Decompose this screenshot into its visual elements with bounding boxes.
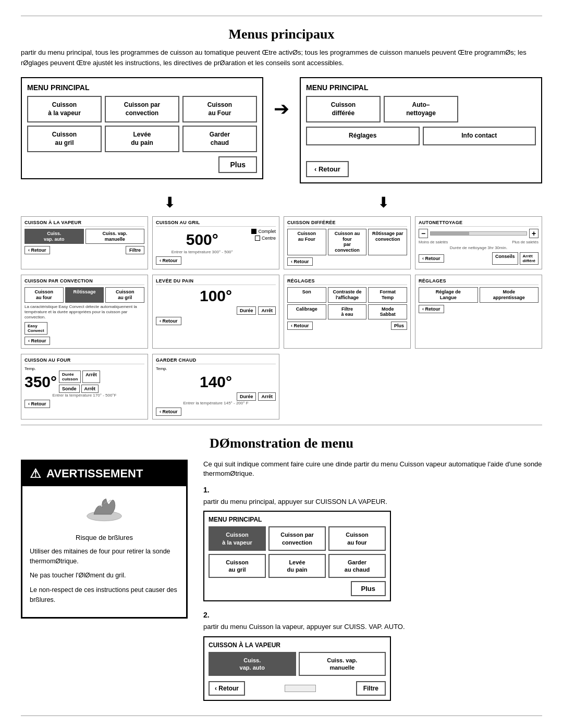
sp-levee-retour[interactable]: ‹ Retour bbox=[156, 317, 181, 325]
btn-cuisson-vapeur[interactable]: Cuisson à la vapeur bbox=[27, 96, 102, 122]
sp-differee-retour[interactable]: ‹ Retour bbox=[287, 257, 313, 266]
sp-btn-cuiss-vap-manuelle[interactable]: Cuiss. vap. manuelle bbox=[85, 229, 145, 244]
sub-panel-autonettoyage: AUTONETTOYAGE − + Moins de saletés Plus … bbox=[415, 216, 542, 269]
top-divider bbox=[21, 16, 542, 16]
retour-button-right[interactable]: ‹ Retour bbox=[306, 161, 349, 177]
sp-levee-footer: ‹ Retour bbox=[156, 317, 276, 325]
sp-gril-temp: 500° bbox=[156, 231, 248, 249]
d-btn-four[interactable]: Cuisson au four bbox=[328, 526, 386, 551]
sp-garder-retour[interactable]: ‹ Retour bbox=[156, 408, 181, 416]
sp-btn-rotissage[interactable]: Rôtissage bbox=[65, 287, 104, 303]
sp-four-temp: 350° bbox=[25, 373, 57, 391]
sub-panel-gril-title: CUISSON AU GRIL bbox=[156, 220, 276, 227]
sp-conv-retour[interactable]: ‹ Retour bbox=[25, 337, 50, 345]
page-container: Menus principaux partir du menu principa… bbox=[0, 0, 563, 728]
sp-auto-arret[interactable]: Arrêt différé bbox=[520, 252, 538, 265]
sp-reglages-right-retour[interactable]: ‹ Retour bbox=[419, 305, 444, 313]
plus-button-left[interactable]: Plus bbox=[218, 156, 257, 173]
btn-cuisson-differee[interactable]: Cuisson différée bbox=[306, 96, 381, 122]
sp-gril-retour[interactable]: ‹ Retour bbox=[156, 256, 181, 265]
sub-panel-four: CUISSON AU FOUR Temp. 350° Durée cuisson… bbox=[21, 354, 148, 419]
sp-reglages-left-plus[interactable]: Plus bbox=[391, 322, 407, 330]
d-filtre-btn-step2[interactable]: Filtre bbox=[356, 681, 386, 696]
sp-easy-convect-btn[interactable]: Easy Convect bbox=[25, 322, 47, 335]
sp-garder-temp: 140° bbox=[156, 373, 276, 391]
sp-btn-son[interactable]: Son bbox=[287, 287, 326, 303]
warning-body: Utiliser des mitaines de four pour retir… bbox=[22, 547, 186, 617]
step1-text: partir du menu principal, appuyer sur CU… bbox=[203, 497, 542, 507]
btn-cuisson-four[interactable]: Cuisson au Four bbox=[182, 96, 257, 122]
sp-btn-mode-sabbat[interactable]: Mode Sabbat bbox=[368, 304, 407, 320]
sp-four-arret2[interactable]: Arrêt bbox=[81, 385, 99, 393]
btn-cuisson-convection[interactable]: Cuisson par convection bbox=[105, 96, 179, 122]
sp-conv-info: La caractéristique Easy Convect détecte … bbox=[25, 304, 144, 320]
sp-btn-filtre-eau[interactable]: Filtre à eau bbox=[328, 304, 367, 320]
sp-btn-cuisson-gril-conv[interactable]: Cuisson au gril bbox=[105, 287, 144, 303]
sp-auto-conseils[interactable]: Conseils bbox=[492, 252, 518, 265]
sp-garder-title: GARDER CHAUD bbox=[156, 357, 276, 364]
minus-button[interactable]: − bbox=[419, 229, 428, 238]
menu-buttons-grid-right: Cuisson différée Auto– nettoyage bbox=[306, 96, 536, 122]
sp-btn-reglage-langue[interactable]: Réglage de Langue bbox=[419, 287, 478, 303]
btn-info-contact[interactable]: Info contact bbox=[423, 127, 536, 145]
sp-btn-cuiss-vap-auto[interactable]: Cuiss. vap. auto bbox=[25, 229, 84, 244]
btn-cuisson-gril[interactable]: Cuisson au gril bbox=[27, 126, 102, 152]
sp-reglages-left-title: RÉGLAGES bbox=[287, 278, 407, 285]
sp-levee-duree[interactable]: Durée bbox=[237, 306, 256, 315]
d-btn-cuiss-vap-manuelle[interactable]: Cuiss. vap. manuelle bbox=[299, 652, 386, 676]
sp-btn-cuisson-four[interactable]: Cuisson au Four bbox=[287, 229, 326, 255]
d-plus-btn-step1[interactable]: Plus bbox=[351, 581, 386, 596]
sp-gril-footer: ‹ Retour bbox=[156, 256, 276, 265]
warning-triangle-icon: ⚠ bbox=[30, 466, 41, 481]
checkbox-complet-icon bbox=[251, 229, 256, 234]
btn-levee-pain[interactable]: Levée du pain bbox=[105, 126, 179, 152]
plus-button[interactable]: + bbox=[529, 229, 538, 238]
sub-panel-differee: CUISSON DIFFÉRÉE Cuisson au Four Cuisson… bbox=[284, 216, 411, 269]
sp-auto-plusminus: − + bbox=[419, 229, 538, 238]
sp-btn-cuisson-four-conv[interactable]: Cuisson au four bbox=[25, 287, 64, 303]
btn-autonettoyage[interactable]: Auto– nettoyage bbox=[384, 96, 458, 122]
sp-auto-retour[interactable]: ‹ Retour bbox=[419, 254, 444, 263]
sp-vapeur-filtre[interactable]: Filtre bbox=[126, 246, 144, 254]
sp-four-arret[interactable]: Arrêt bbox=[82, 371, 100, 383]
d-btn-convection[interactable]: Cuisson par convection bbox=[268, 526, 326, 551]
salete-slider[interactable] bbox=[430, 231, 527, 236]
btn-garder-chaud[interactable]: Garder chaud bbox=[182, 126, 257, 152]
sp-four-retour[interactable]: ‹ Retour bbox=[25, 400, 50, 408]
d-retour-btn-step2[interactable]: ‹ Retour bbox=[209, 681, 245, 696]
demo-intro: Ce qui suit indique comment faire cuire … bbox=[203, 460, 542, 478]
sp-gril-checkboxes: Complet Centre bbox=[251, 229, 276, 241]
d-btn-gril[interactable]: Cuisson au gril bbox=[209, 554, 266, 578]
sp-garder-arret[interactable]: Arrêt bbox=[258, 392, 276, 401]
sp-btn-rotissage-conv[interactable]: Rôtissage par convection bbox=[368, 229, 407, 255]
d-btn-garder[interactable]: Garder au chaud bbox=[328, 554, 386, 578]
d-btn-levee[interactable]: Levée du pain bbox=[268, 554, 326, 578]
sp-garder-range: Entrer la température 145° - 200° F bbox=[156, 401, 276, 405]
d-btn-vapeur[interactable]: Cuisson à la vapeur bbox=[209, 526, 266, 551]
arrow-down-left: ⬇ bbox=[164, 194, 176, 211]
sp-btn-four-convection[interactable]: Cuisson au four par convection bbox=[328, 229, 367, 255]
sp-levee-arret[interactable]: Arrêt bbox=[258, 306, 276, 315]
sp-btn-contraste[interactable]: Contraste de l'affichage bbox=[328, 287, 367, 303]
sp-four-sonde[interactable]: Sonde bbox=[59, 385, 80, 393]
sp-btn-mode-apprentissage[interactable]: Mode apprentissage bbox=[480, 287, 539, 303]
warning-point2: Ne pas toucher l'ØlØment du gril. bbox=[30, 571, 179, 581]
sp-vapeur-btns: Cuiss. vap. auto Cuiss. vap. manuelle bbox=[25, 229, 144, 244]
d-btn-cuiss-vap-auto[interactable]: Cuiss. vap. auto bbox=[209, 652, 296, 676]
sp-auto-footer: ‹ Retour Conseils Arrêt différé bbox=[419, 252, 538, 265]
sp-four-duree[interactable]: Durée cuisson bbox=[59, 371, 81, 383]
sp-reglages-left-retour[interactable]: ‹ Retour bbox=[287, 322, 313, 330]
warning-point3: Le non-respect de ces instructions peut … bbox=[30, 585, 179, 606]
sp-btn-calibrage[interactable]: Calibrage bbox=[287, 304, 326, 320]
sp-btn-format-temp[interactable]: Format Temp bbox=[368, 287, 407, 303]
reglages-grid-1: Son Contraste de l'affichage Format Temp… bbox=[287, 287, 407, 319]
step2-text: partir du menu Cuisson la vapeur, appuye… bbox=[203, 622, 542, 632]
sp-garder-duree[interactable]: Durée bbox=[237, 392, 256, 401]
sp-vapeur-retour[interactable]: ‹ Retour bbox=[25, 246, 50, 254]
btn-reglages[interactable]: Réglages bbox=[306, 127, 420, 145]
sub-panel-reglages-right: RÉGLAGES Réglage de Langue Mode apprenti… bbox=[415, 275, 542, 349]
step2-vapeur-btns: Cuiss. vap. auto Cuiss. vap. manuelle bbox=[209, 652, 386, 676]
menu-principal-left-title: MENU PRINCIPAL bbox=[27, 83, 257, 92]
sub-panel-auto-title: AUTONETTOYAGE bbox=[419, 220, 538, 227]
bottom-divider bbox=[21, 715, 542, 716]
